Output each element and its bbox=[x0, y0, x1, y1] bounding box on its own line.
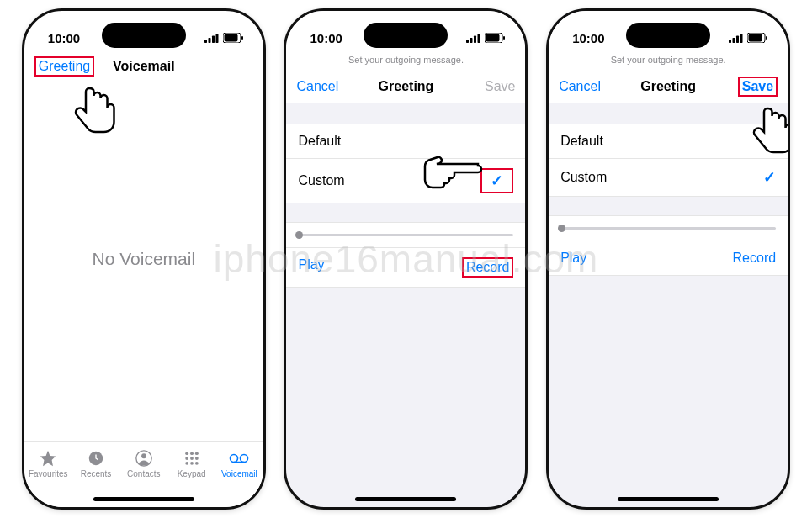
svg-point-14 bbox=[190, 457, 194, 460]
option-label: Custom bbox=[298, 173, 344, 188]
svg-point-16 bbox=[185, 462, 188, 465]
phone-screen-3: 10:00 Set your outgoing message. Cancel … bbox=[546, 8, 790, 510]
cellular-signal-icon bbox=[466, 34, 480, 43]
highlight-greeting: Greeting bbox=[34, 56, 94, 77]
audio-timeline[interactable] bbox=[286, 223, 525, 248]
home-indicator bbox=[618, 497, 719, 501]
tab-label: Keypad bbox=[178, 469, 206, 478]
tab-label: Voicemail bbox=[221, 469, 257, 478]
cancel-button[interactable]: Cancel bbox=[559, 79, 601, 94]
option-label: Default bbox=[560, 134, 603, 149]
tab-favourites[interactable]: Favourites bbox=[24, 449, 72, 507]
play-button[interactable]: Play bbox=[560, 251, 586, 266]
option-label: Custom bbox=[560, 170, 607, 185]
battery-icon bbox=[223, 33, 243, 43]
clock-icon bbox=[86, 449, 106, 468]
svg-rect-22 bbox=[466, 40, 469, 43]
svg-rect-5 bbox=[224, 34, 237, 42]
svg-rect-24 bbox=[474, 35, 476, 43]
svg-rect-31 bbox=[736, 35, 739, 43]
nav-bar: Cancel Greeting Save bbox=[286, 70, 525, 103]
option-default[interactable]: Default bbox=[286, 124, 525, 158]
svg-point-12 bbox=[195, 452, 199, 455]
empty-state: No Voicemail bbox=[24, 249, 263, 269]
svg-rect-3 bbox=[215, 34, 218, 43]
svg-point-13 bbox=[185, 457, 188, 460]
save-button[interactable]: Save bbox=[485, 79, 515, 94]
svg-rect-30 bbox=[733, 38, 735, 43]
status-icons bbox=[204, 33, 243, 43]
phone-screen-2: 10:00 Set your outgoing message. Cancel … bbox=[284, 8, 528, 510]
status-icons bbox=[729, 33, 767, 43]
greeting-button[interactable]: Greeting bbox=[39, 59, 90, 73]
svg-rect-6 bbox=[241, 36, 243, 40]
play-button[interactable]: Play bbox=[298, 257, 324, 278]
star-icon bbox=[38, 449, 58, 468]
audio-actions: Play Record bbox=[549, 241, 788, 276]
tab-label: Contacts bbox=[127, 469, 160, 478]
checkmark-icon: ✓ bbox=[763, 168, 776, 187]
tab-label: Favourites bbox=[29, 469, 68, 478]
nav-bar: Greeting Voicemail bbox=[24, 50, 263, 83]
audio-timeline[interactable] bbox=[549, 216, 788, 241]
svg-point-20 bbox=[241, 455, 248, 462]
svg-rect-35 bbox=[766, 36, 767, 40]
status-time: 10:00 bbox=[48, 31, 80, 45]
tab-voicemail[interactable]: Voicemail bbox=[215, 449, 263, 507]
home-indicator bbox=[93, 497, 194, 501]
svg-rect-23 bbox=[470, 38, 473, 43]
record-button[interactable]: Record bbox=[733, 251, 777, 266]
status-icons bbox=[466, 33, 505, 43]
subtitle: Set your outgoing message. bbox=[549, 50, 788, 70]
greeting-options-list: Default Custom ✓ bbox=[286, 124, 525, 204]
nav-bar: Cancel Greeting Save bbox=[549, 70, 788, 103]
checkmark-icon: ✓ bbox=[491, 172, 503, 189]
option-label: Default bbox=[298, 134, 341, 149]
cellular-signal-icon bbox=[204, 34, 219, 43]
svg-rect-27 bbox=[486, 34, 500, 42]
audio-actions: Play Record bbox=[286, 248, 525, 288]
option-custom[interactable]: Custom ✓ bbox=[286, 158, 525, 203]
svg-point-10 bbox=[185, 452, 188, 455]
battery-icon bbox=[485, 33, 505, 43]
svg-point-15 bbox=[195, 457, 199, 460]
pointing-hand-icon bbox=[71, 82, 118, 142]
cellular-signal-icon bbox=[729, 34, 743, 43]
svg-rect-1 bbox=[208, 38, 210, 43]
highlight-save: Save bbox=[738, 77, 778, 97]
highlight-record: Record bbox=[462, 257, 514, 278]
tab-label: Recents bbox=[81, 469, 112, 478]
voicemail-icon bbox=[229, 449, 249, 468]
svg-rect-28 bbox=[503, 36, 505, 40]
dynamic-island bbox=[364, 23, 448, 48]
highlight-checkmark: ✓ bbox=[480, 168, 513, 193]
option-default[interactable]: Default bbox=[549, 124, 788, 158]
svg-rect-29 bbox=[729, 40, 731, 43]
battery-icon bbox=[747, 33, 767, 43]
cancel-button[interactable]: Cancel bbox=[296, 79, 338, 94]
save-button[interactable]: Save bbox=[742, 79, 773, 93]
keypad-icon bbox=[182, 449, 202, 468]
status-time: 10:00 bbox=[310, 31, 342, 45]
greeting-options-list: Default Custom ✓ bbox=[549, 124, 788, 197]
person-icon bbox=[134, 449, 154, 468]
svg-rect-0 bbox=[204, 40, 207, 43]
svg-point-9 bbox=[141, 453, 146, 458]
home-indicator bbox=[355, 497, 456, 501]
svg-point-19 bbox=[231, 455, 238, 462]
dynamic-island bbox=[102, 23, 186, 48]
status-time: 10:00 bbox=[572, 31, 604, 45]
svg-point-17 bbox=[190, 462, 194, 465]
svg-rect-25 bbox=[478, 34, 480, 43]
subtitle: Set your outgoing message. bbox=[286, 50, 525, 70]
svg-rect-34 bbox=[749, 34, 762, 42]
option-custom[interactable]: Custom ✓ bbox=[549, 158, 788, 196]
svg-point-18 bbox=[195, 462, 199, 465]
dynamic-island bbox=[626, 23, 710, 48]
svg-rect-2 bbox=[212, 35, 215, 43]
svg-point-11 bbox=[190, 452, 194, 455]
phone-screen-1: 10:00 Greeting Voicemail No Voicemail Fa… bbox=[22, 8, 266, 510]
record-button[interactable]: Record bbox=[466, 260, 510, 274]
svg-rect-32 bbox=[740, 34, 743, 43]
